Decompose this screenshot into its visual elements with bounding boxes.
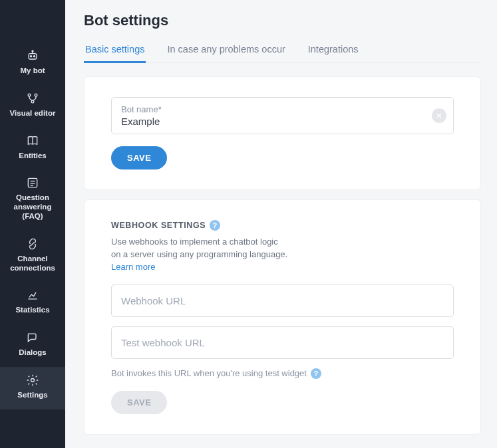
- svg-point-1: [30, 56, 31, 57]
- learn-more-link[interactable]: Learn more: [111, 261, 454, 274]
- tab-basic-settings[interactable]: Basic settings: [84, 44, 146, 62]
- svg-point-13: [31, 378, 35, 382]
- sidebar-item-dialogs[interactable]: Dialogs: [0, 324, 65, 367]
- sidebar-item-entities[interactable]: Entities: [0, 128, 65, 170]
- save-bot-name-button[interactable]: SAVE: [111, 146, 167, 169]
- sidebar-item-visual-editor[interactable]: Visual editor: [0, 85, 65, 128]
- sidebar: My bot Visual editor Entities Question a…: [0, 0, 65, 448]
- main: Bot settings Basic settings In case any …: [65, 0, 497, 448]
- tab-label: Integrations: [308, 44, 359, 55]
- svg-point-5: [28, 94, 31, 96]
- sidebar-item-label: Entities: [19, 152, 47, 161]
- bot-name-input[interactable]: [121, 116, 424, 127]
- sidebar-item-channel[interactable]: Channel connections: [0, 231, 65, 282]
- webhook-desc-line2: on a server using any programming langua…: [111, 249, 454, 261]
- svg-point-6: [35, 94, 37, 96]
- sidebar-item-statistics[interactable]: Statistics: [0, 282, 65, 324]
- save-webhook-button[interactable]: SAVE: [111, 391, 167, 414]
- sidebar-item-label: Question answering (FAQ): [3, 193, 63, 221]
- bot-name-field-wrap[interactable]: Bot name*: [111, 97, 454, 134]
- list-icon: [26, 176, 39, 189]
- svg-point-4: [32, 51, 33, 52]
- branch-icon: [26, 92, 39, 105]
- webhook-hint-text: Bot invokes this URL when you're using t…: [111, 368, 307, 378]
- sidebar-item-label: Statistics: [15, 306, 49, 315]
- help-icon[interactable]: ?: [311, 368, 321, 379]
- sidebar-item-label: My bot: [20, 66, 45, 76]
- page-title: Bot settings: [84, 12, 481, 29]
- tab-problems[interactable]: In case any problems occur: [166, 44, 286, 62]
- sidebar-item-label: Settings: [17, 391, 47, 400]
- tab-integrations[interactable]: Integrations: [307, 44, 360, 62]
- gear-icon: [26, 374, 39, 387]
- chart-icon: [26, 288, 39, 302]
- webhook-desc-line1: Use webhooks to implement a chatbot logi…: [111, 236, 454, 249]
- clear-icon[interactable]: [432, 108, 446, 123]
- help-icon[interactable]: ?: [210, 220, 220, 231]
- test-webhook-url-input[interactable]: [111, 326, 454, 359]
- card-bot-name: Bot name* SAVE: [84, 76, 481, 190]
- svg-point-2: [33, 56, 35, 57]
- robot-icon: [26, 49, 39, 62]
- svg-point-7: [31, 100, 34, 103]
- webhook-title-text: WEBHOOK SETTINGS: [111, 221, 206, 230]
- card-webhook: WEBHOOK SETTINGS ? Use webhooks to imple…: [84, 199, 481, 435]
- sidebar-item-my-bot[interactable]: My bot: [0, 43, 65, 85]
- sidebar-item-faq[interactable]: Question answering (FAQ): [0, 169, 65, 230]
- link-icon: [26, 237, 39, 251]
- webhook-title: WEBHOOK SETTINGS ?: [111, 220, 454, 231]
- chat-icon: [26, 331, 39, 344]
- webhook-url-input[interactable]: [111, 284, 454, 317]
- sidebar-item-label: Channel connections: [3, 255, 63, 273]
- webhook-hint: Bot invokes this URL when you're using t…: [111, 368, 454, 379]
- tab-label: Basic settings: [85, 44, 144, 55]
- book-icon: [26, 134, 39, 148]
- sidebar-item-settings[interactable]: Settings: [0, 367, 65, 409]
- tabs: Basic settings In case any problems occu…: [84, 44, 481, 63]
- sidebar-item-label: Visual editor: [10, 109, 56, 118]
- webhook-desc: Use webhooks to implement a chatbot logi…: [111, 236, 454, 274]
- sidebar-item-label: Dialogs: [19, 348, 47, 358]
- bot-name-label: Bot name*: [121, 104, 424, 114]
- tab-label: In case any problems occur: [167, 44, 285, 55]
